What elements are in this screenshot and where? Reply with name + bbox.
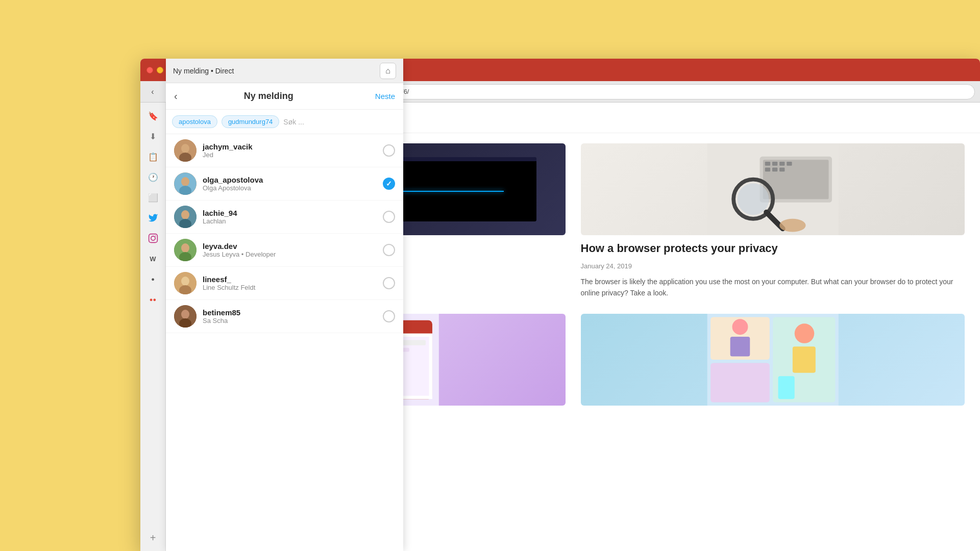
contact-item-betinem[interactable]: betinem85 Sa Scha <box>166 300 403 333</box>
sidebar-bookmark-icon[interactable]: 🔖 <box>144 107 162 125</box>
svg-point-52 <box>794 324 814 344</box>
contact-info-leyva: leyva.dev Jesus Leyva • Developer <box>203 242 377 258</box>
sidebar-lastpass-icon[interactable]: ●● <box>144 290 162 309</box>
svg-rect-26 <box>772 162 777 166</box>
recipient-chip-gudmundurg74[interactable]: gudmundurg74 <box>222 115 279 128</box>
avatar-jachym <box>174 139 197 162</box>
contact-name-leyva: Jesus Leyva • Developer <box>203 251 377 258</box>
contact-radio-jachym[interactable] <box>383 144 395 157</box>
svg-point-11 <box>181 210 189 219</box>
svg-point-2 <box>151 236 155 240</box>
dm-overlay-panel: Ny melding • Direct ⌂ ‹ Ny melding Neste… <box>166 103 403 551</box>
svg-point-35 <box>779 219 805 232</box>
sidebar-download-icon[interactable]: ⬇ <box>144 127 162 145</box>
browser-window: V Blog | Vivaldi Browser - Par ＋ ‹ › ↻ ⌂ <box>140 59 980 551</box>
contact-radio-lachie[interactable] <box>383 211 395 223</box>
sidebar-panel: 🔖 ⬇ 📋 🕐 ⬜ W ● ●● + <box>140 103 166 551</box>
contact-name-betinem: Sa Scha <box>203 317 377 324</box>
contact-item-lachie[interactable]: lachie_94 Lachlan <box>166 201 403 234</box>
contact-name-olga: Olga Apostolova <box>203 184 377 192</box>
back-button[interactable]: ‹ <box>145 85 160 99</box>
svg-point-8 <box>181 177 189 186</box>
minimize-button[interactable] <box>157 67 163 73</box>
svg-point-50 <box>732 319 748 335</box>
contact-username-betinem: betinem85 <box>203 308 377 317</box>
contact-name-lineesf: Line Schultz Feldt <box>203 284 377 291</box>
svg-rect-48 <box>710 363 770 403</box>
contact-list: jachym_vacik Jed olga_ <box>166 134 403 551</box>
contact-info-jachym: jachym_vacik Jed <box>203 142 377 159</box>
contact-name-jachym: Jed <box>203 151 377 159</box>
svg-rect-28 <box>787 162 792 166</box>
contact-info-olga: olga_apostolova Olga Apostolova <box>203 176 377 192</box>
blog-card-bottom-right <box>581 314 965 406</box>
contact-username-lachie: lachie_94 <box>203 209 377 217</box>
svg-rect-25 <box>765 162 770 166</box>
sidebar-wikipedia-icon[interactable]: W <box>144 249 162 268</box>
search-placeholder: Søk ... <box>283 118 397 126</box>
svg-point-20 <box>181 310 189 319</box>
avatar-lineesf <box>174 272 197 294</box>
recipient-chip-apostolova[interactable]: apostolova <box>172 115 217 128</box>
contact-info-lachie: lachie_94 Lachlan <box>203 209 377 225</box>
avatar-leyva <box>174 239 197 261</box>
contact-name-lachie: Lachlan <box>203 217 377 225</box>
recipients-bar: apostolova gudmundurg74 Søk ... <box>166 110 403 134</box>
svg-point-3 <box>155 236 156 237</box>
svg-point-14 <box>181 243 189 253</box>
svg-rect-53 <box>792 347 815 373</box>
sidebar-twitter-icon[interactable] <box>144 209 162 227</box>
sidebar-feed-icon[interactable]: ● <box>144 270 162 288</box>
blog-image-magnify <box>581 143 965 235</box>
contact-item-leyva[interactable]: leyva.dev Jesus Leyva • Developer <box>166 234 403 267</box>
contact-radio-lineesf[interactable] <box>383 277 395 289</box>
contact-username-leyva: leyva.dev <box>203 242 377 251</box>
svg-rect-51 <box>730 337 750 357</box>
sidebar-instagram-icon[interactable] <box>144 229 162 247</box>
contact-username-olga: olga_apostolova <box>203 176 377 184</box>
sidebar-screenshot-icon[interactable]: ⬜ <box>144 188 162 207</box>
contact-info-lineesf: lineesf_ Line Schultz Feldt <box>203 275 377 291</box>
svg-point-33 <box>737 183 769 215</box>
avatar-olga <box>174 172 197 195</box>
browser-content: 🔖 ⬇ 📋 🕐 ⬜ W ● ●● + Ny melding • Direct <box>140 103 980 551</box>
sidebar-add-icon[interactable]: + <box>144 529 162 547</box>
contact-info-betinem: betinem85 Sa Scha <box>203 308 377 324</box>
blog-excerpt: The browser is likely the application yo… <box>581 276 965 299</box>
contact-username-jachym: jachym_vacik <box>203 142 377 151</box>
svg-point-5 <box>181 144 189 153</box>
back-arrow-icon: ‹ <box>151 87 154 96</box>
sidebar-notes-icon[interactable]: 📋 <box>144 147 162 166</box>
sidebar-history-icon[interactable]: 🕐 <box>144 168 162 186</box>
contact-item-olga[interactable]: olga_apostolova Olga Apostolova <box>166 167 403 201</box>
contact-radio-olga[interactable] <box>383 178 395 190</box>
svg-rect-31 <box>779 168 785 172</box>
svg-rect-29 <box>765 168 770 172</box>
blog-card-right: How a browser protects your privacy Janu… <box>581 143 965 298</box>
avatar-lachie <box>174 206 197 228</box>
contact-username-lineesf: lineesf_ <box>203 275 377 284</box>
blog-title: How a browser protects your privacy <box>581 241 965 256</box>
blog-date: January 24, 2019 <box>581 262 965 270</box>
contact-item-lineesf[interactable]: lineesf_ Line Schultz Feldt <box>166 267 403 300</box>
svg-rect-1 <box>149 234 157 243</box>
contact-item-jachym[interactable]: jachym_vacik Jed <box>166 134 403 167</box>
svg-rect-54 <box>778 377 794 399</box>
svg-point-17 <box>181 277 189 286</box>
contact-radio-betinem[interactable] <box>383 310 395 322</box>
dm-sub-header: ‹ Ny melding Neste <box>166 103 403 110</box>
svg-rect-27 <box>779 162 785 166</box>
svg-rect-30 <box>772 168 777 172</box>
blog-image-colorful <box>581 314 965 406</box>
close-button[interactable] <box>146 67 153 73</box>
avatar-betinem <box>174 305 197 328</box>
contact-radio-leyva[interactable] <box>383 244 395 256</box>
